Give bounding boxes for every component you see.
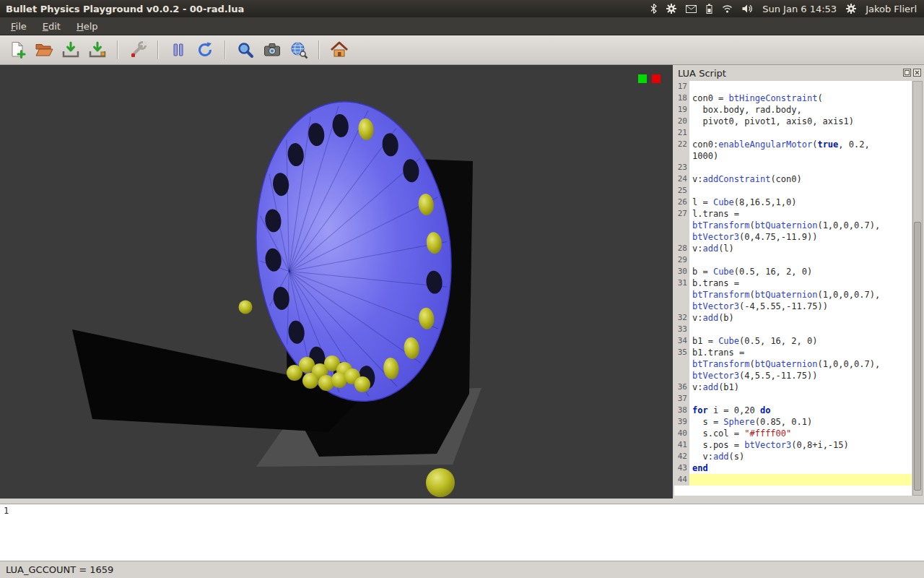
lua-script-panel: LUA Script 1718con0 = btHingeConstraint(…: [673, 65, 924, 499]
code-row[interactable]: 23: [674, 162, 912, 173]
code-row[interactable]: 32v:add(b): [674, 312, 912, 324]
zoom-search-button[interactable]: [234, 38, 257, 61]
code-line-text: box.body, rad.body,: [689, 104, 912, 116]
line-number: [674, 231, 689, 243]
output-console[interactable]: 1: [0, 504, 924, 561]
bluetooth-icon[interactable]: [650, 4, 657, 14]
code-row[interactable]: 37: [674, 393, 912, 405]
code-row[interactable]: 30b = Cube(0.5, 16, 2, 0): [674, 266, 912, 277]
line-number: 41: [674, 439, 689, 451]
menu-file[interactable]: File: [3, 19, 35, 34]
restart-simulation-button[interactable]: [193, 38, 217, 61]
code-row[interactable]: 22con0:enableAngularMotor(true, 0.2,: [674, 139, 912, 150]
code-row[interactable]: 39 s = Sphere(0.85, 0.1): [674, 416, 912, 428]
scrollbar-thumb[interactable]: [914, 222, 921, 491]
code-row[interactable]: btTransform(btQuaternion(1,0,0,0.7),: [674, 289, 912, 301]
line-number: 21: [674, 127, 689, 139]
3d-scene[interactable]: [0, 65, 673, 499]
editor-scrollbar[interactable]: [912, 81, 923, 496]
code-row[interactable]: 21: [674, 127, 912, 139]
code-row[interactable]: 42 v:add(s): [674, 451, 912, 462]
pause-simulation-button[interactable]: [167, 38, 190, 61]
system-tray: Sun Jan 6 14:53 Jakob Flierl: [650, 4, 924, 14]
code-line-text: btVector3(-4,5.55,-11.75)): [689, 301, 912, 312]
new-file-button[interactable]: [6, 38, 29, 61]
line-number: 36: [674, 381, 689, 393]
code-row[interactable]: btTransform(btQuaternion(1,0,0,0.7),: [674, 358, 912, 370]
code-row[interactable]: 20 pivot0, pivot1, axis0, axis1): [674, 116, 912, 127]
code-line-text: [689, 393, 912, 405]
menu-edit[interactable]: Edit: [35, 19, 69, 34]
save-file-button[interactable]: [59, 38, 82, 61]
code-row[interactable]: 27l.trans =: [674, 208, 912, 220]
code-line-text: l = Cube(8,16.5,1,0): [689, 197, 912, 208]
panel-close-button[interactable]: [913, 68, 921, 79]
home-view-button[interactable]: [328, 38, 351, 61]
menu-help[interactable]: Help: [69, 19, 106, 34]
code-row[interactable]: btTransform(btQuaternion(1,0,0,0.7),: [674, 220, 912, 231]
code-line-text: [689, 127, 912, 139]
toolbar-separator: [225, 40, 226, 59]
screenshot-camera-button[interactable]: [261, 38, 284, 61]
code-line-text: for i = 0,20 do: [689, 405, 912, 416]
code-row[interactable]: btVector3(-4,5.55,-11.75)): [674, 301, 912, 312]
code-row[interactable]: 40 s.col = "#ffff00": [674, 428, 912, 439]
code-row[interactable]: 18con0 = btHingeConstraint(: [674, 92, 912, 104]
line-number: 40: [674, 428, 689, 439]
code-row[interactable]: 41 s.pos = btVector3(0,8+i,-15): [674, 439, 912, 451]
code-row[interactable]: 35b1.trans =: [674, 347, 912, 358]
battery-icon[interactable]: [706, 4, 712, 14]
code-row[interactable]: 29: [674, 254, 912, 266]
code-row[interactable]: 17: [674, 81, 912, 92]
mail-icon[interactable]: [686, 5, 697, 13]
line-number: 44: [674, 474, 689, 486]
code-row[interactable]: 38for i = 0,20 do: [674, 405, 912, 416]
code-line-text: btVector3(0,4.75,-11.9)): [689, 231, 912, 243]
save-file-as-button[interactable]: [86, 38, 109, 61]
code-row[interactable]: 25: [674, 185, 912, 197]
code-line-text: v:add(s): [689, 451, 912, 462]
code-line-text: s.pos = btVector3(0,8+i,-15): [689, 439, 912, 451]
tools-wrench-button[interactable]: [126, 38, 149, 61]
code-row[interactable]: 31b.trans =: [674, 277, 912, 289]
toolbar-separator: [318, 40, 320, 59]
code-row[interactable]: 28v:add(l): [674, 243, 912, 254]
session-gear-icon[interactable]: [846, 4, 856, 14]
menu-bar: File Edit Help: [0, 17, 924, 35]
code-line-text: l.trans =: [689, 208, 912, 220]
volume-icon[interactable]: [742, 4, 753, 13]
open-file-button[interactable]: [32, 38, 56, 61]
updates-gear-icon[interactable]: [666, 4, 676, 14]
status-text: LUA_GCCOUNT = 1659: [6, 564, 113, 575]
code-row[interactable]: 33: [674, 324, 912, 335]
code-row[interactable]: 24v:addConstraint(con0): [674, 173, 912, 185]
code-line-text: btTransform(btQuaternion(1,0,0,0.7),: [689, 358, 912, 370]
username[interactable]: Jakob Flierl: [866, 4, 917, 14]
3d-viewport[interactable]: [0, 65, 673, 499]
web-globe-search-button[interactable]: [287, 38, 310, 61]
code-line-text: btTransform(btQuaternion(1,0,0,0.7),: [689, 220, 912, 231]
code-line-text: s.col = "#ffff00": [689, 428, 912, 439]
code-row[interactable]: 43end: [674, 462, 912, 474]
code-row[interactable]: 34b1 = Cube(0.5, 16, 2, 0): [674, 335, 912, 347]
code-line-text: con0:enableAngularMotor(true, 0.2,: [689, 139, 912, 150]
code-editor[interactable]: 1718con0 = btHingeConstraint(19 box.body…: [674, 81, 912, 496]
clock[interactable]: Sun Jan 6 14:53: [762, 4, 837, 14]
code-line-text: b.trans =: [689, 277, 912, 289]
code-row[interactable]: btVector3(0,4.75,-11.9)): [674, 231, 912, 243]
code-row[interactable]: 36v:add(b1): [674, 381, 912, 393]
panel-float-button[interactable]: [903, 68, 911, 79]
code-row[interactable]: 1000): [674, 150, 912, 162]
network-wifi-icon[interactable]: [722, 4, 733, 13]
code-row[interactable]: 44: [674, 474, 912, 486]
line-number: 33: [674, 324, 689, 335]
line-number: [674, 220, 689, 231]
code-row[interactable]: btVector3(4,5.5,-11.75)): [674, 370, 912, 381]
line-number: 32: [674, 312, 689, 324]
code-row[interactable]: 19 box.body, rad.body,: [674, 104, 912, 116]
line-number: 28: [674, 243, 689, 254]
panel-title: LUA Script: [678, 68, 726, 79]
line-number: [674, 289, 689, 301]
code-row[interactable]: 26l = Cube(8,16.5,1,0): [674, 197, 912, 208]
line-number: 24: [674, 173, 689, 185]
